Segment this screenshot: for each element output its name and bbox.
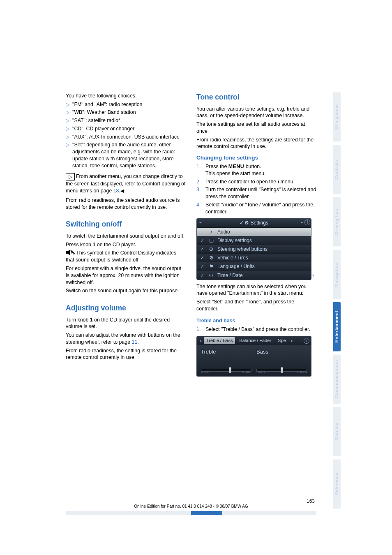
tone-p3: From radio readiness, the settings are s… (196, 136, 316, 150)
settings-row-audio[interactable]: ♪Audio (197, 227, 311, 236)
adjusting-volume-heading: Adjusting volume (66, 303, 186, 313)
tab-balance-fader[interactable]: Balance / Fader (237, 337, 274, 344)
settings-menu-screenshot: ◂ ✓⚙ Settings ▸ i ♪Audio✓▢Display settin… (196, 218, 316, 280)
page-11-link[interactable]: 11 (132, 339, 138, 345)
adjvol-p3: From radio readiness, the setting is sto… (66, 347, 186, 361)
row-icon: ▢ (208, 237, 215, 244)
bass-label: Bass (256, 348, 307, 356)
settings-title-row: ◂ ✓⚙ Settings ▸ i (197, 219, 311, 227)
note-text-post: .◀ (119, 188, 124, 194)
side-tab-navigation[interactable]: Navigation (333, 250, 341, 299)
note-block: ▷From another menu, you can change direc… (66, 173, 186, 194)
choice-cd: "CD": CD player or changer (66, 125, 186, 132)
right-column: Tone control You can alter various tone … (196, 92, 316, 380)
row-icon: ⊙ (208, 246, 215, 252)
scroll-down-icon: ▾ (312, 273, 314, 278)
tab-left-arrow-icon: ◂ (198, 338, 202, 344)
choice-aux: "AUX": AUX-In connection, USB audio inte… (66, 134, 186, 141)
settings-title: Settings (250, 220, 268, 226)
tb-step-1: 1. Select "Treble / Bass" and press the … (196, 326, 316, 333)
settings-row-display-settings[interactable]: ✓▢Display settings (197, 236, 311, 245)
tool-icon: ⚙ (244, 220, 249, 226)
row-label: Vehicle / Tires (217, 254, 248, 261)
page-number: 163 (66, 498, 316, 504)
choices-intro: You have the following choices: (66, 92, 186, 99)
check-icon: ✓ (199, 263, 205, 270)
row-label: Time / Date (217, 272, 243, 279)
switching-p2: Press knob 1 on the CD player. (66, 241, 186, 248)
settings-row-time-date[interactable]: ✓⏲Time / Date (197, 271, 311, 280)
after-shot1b: Select "Set" and then "Tone", and press … (196, 298, 316, 312)
side-tab-controls[interactable]: Controls (333, 145, 341, 194)
svg-marker-1 (67, 250, 70, 255)
side-tab-entertainment[interactable]: Entertainment (333, 302, 341, 352)
right-arrow-icon: ▸ (301, 220, 303, 225)
row-icon: ⚑ (208, 263, 215, 270)
settings-row-steering-wheel-buttons[interactable]: ✓⊙Steering wheel buttons (197, 245, 311, 253)
switching-mute: This symbol on the Control Display indic… (66, 250, 186, 264)
switching-p1: To switch the Entertainment sound output… (66, 233, 186, 240)
step-3: 3. Turn the controller until "Settings" … (196, 186, 316, 200)
svg-rect-0 (66, 251, 67, 254)
adjvol-p1: Turn knob 1 on the CD player until the d… (66, 317, 186, 330)
tone-p1: You can alter various tone settings, e.g… (196, 106, 316, 119)
side-tab-mobility[interactable]: Mobility (333, 407, 341, 456)
check-icon: ✓ (199, 246, 205, 252)
treble-label: Treble (201, 348, 251, 356)
treble-bass-screenshot: ◂ Treble / Bass Balance / Fader Spe ▸ i … (196, 336, 316, 377)
choice-set: "Set": depending on the audio source, ot… (66, 141, 186, 169)
after-shot1a: The tone settings can also be selected w… (196, 283, 316, 297)
treble-bass-steps: 1. Select "Treble / Bass" and press the … (196, 326, 316, 333)
step-4: 4. Select "Audio" or "Tone / Volume" and… (196, 201, 316, 215)
row-label: Language / Units (217, 263, 255, 270)
page-18-link[interactable]: 18 (113, 188, 119, 194)
side-nav-tabs: At a glanceControlsDriving tipsNavigatio… (333, 92, 341, 512)
tab-treble-bass[interactable]: Treble / Bass (204, 337, 235, 344)
info-badge-icon: i (304, 338, 309, 344)
treble-slider[interactable] (201, 366, 251, 375)
side-tab-driving-tips[interactable]: Driving tips (333, 197, 341, 247)
tab-speed[interactable]: Spe (275, 337, 288, 344)
row-icon: ♪ (208, 229, 215, 235)
row-label: Display settings (217, 237, 252, 244)
footer-color-bar (66, 511, 316, 515)
side-tab-communications[interactable]: Communications (333, 355, 341, 404)
row-icon: ⚙ (208, 254, 215, 261)
tone-p2: The tone settings are set for all audio … (196, 121, 316, 134)
treble-bass-heading: Treble and bass (196, 317, 316, 324)
after-note: From radio readiness, the selected audio… (66, 197, 186, 210)
page-footer: 163 Online Edition for Part no. 01 41 0 … (66, 498, 316, 515)
switching-p3: For equipment with a single drive, the s… (66, 265, 186, 286)
footer-line: Online Edition for Part no. 01 41 0 014 … (66, 504, 316, 509)
row-label: Steering wheel buttons (217, 246, 267, 252)
note-triangle-icon: ▷ (66, 173, 75, 180)
switching-p4: Switch on the sound output again for thi… (66, 287, 186, 294)
tone-control-heading: Tone control (196, 92, 316, 102)
mute-icon (66, 250, 75, 257)
page-content: You have the following choices: "FM" and… (66, 92, 316, 380)
bass-slider[interactable] (256, 366, 307, 375)
step-1: 1. Press the MENU button. This opens the… (196, 163, 316, 177)
shot2-tabbar: ◂ Treble / Bass Balance / Fader Spe ▸ i (197, 336, 311, 345)
settings-row-language-units[interactable]: ✓⚑Language / Units (197, 262, 311, 271)
choices-list: "FM" and "AM": radio reception "WB": Wea… (66, 101, 186, 169)
row-label: Audio (217, 229, 230, 235)
info-badge-icon: i (304, 220, 310, 225)
switching-heading: Switching on/off (66, 220, 186, 229)
note-text-pre: From another menu, you can change direct… (66, 173, 185, 194)
check-icon: ✓ (199, 254, 205, 261)
side-tab-at-a-glance[interactable]: At a glance (333, 92, 341, 142)
choice-wb: "WB": Weather Band station (66, 109, 186, 116)
side-tab-reference[interactable]: Reference (333, 460, 341, 509)
settings-row-vehicle-tires[interactable]: ✓⚙Vehicle / Tires (197, 253, 311, 262)
step-2: 2. Press the controller to open the i me… (196, 178, 316, 185)
changing-tone-steps: 1. Press the MENU button. This opens the… (196, 163, 316, 215)
changing-tone-heading: Changing tone settings (196, 154, 316, 162)
check-icon: ✓ (199, 272, 205, 279)
left-arrow-icon: ◂ (199, 220, 201, 225)
check-icon: ✓ (199, 237, 205, 244)
left-column: You have the following choices: "FM" and… (66, 92, 186, 380)
adjvol-p2: You can also adjust the volume with butt… (66, 332, 186, 345)
tab-right-arrow-icon: ▸ (290, 338, 294, 344)
row-icon: ⏲ (208, 272, 215, 279)
